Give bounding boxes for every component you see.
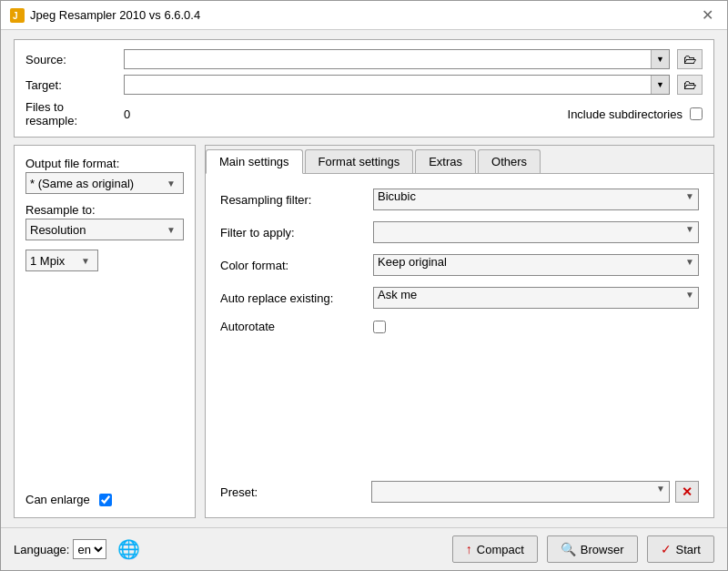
auto-replace-row: Auto replace existing: Ask me ▼: [220, 287, 699, 309]
source-label: Source:: [25, 53, 116, 66]
browser-search-icon: 🔍: [561, 542, 576, 556]
compact-button[interactable]: ↑ Compact: [452, 535, 538, 563]
files-label: Files to resample:: [25, 100, 116, 127]
output-format-select[interactable]: * (Same as original): [30, 177, 179, 190]
resample-to-label: Resample to:: [25, 203, 184, 217]
preset-combo[interactable]: ▼: [371, 481, 670, 503]
filter-to-apply-row: Filter to apply: ▼: [220, 221, 699, 243]
filter-to-apply-combo[interactable]: ▼: [373, 221, 699, 243]
preset-label: Preset:: [220, 485, 366, 499]
source-arrow[interactable]: ▼: [651, 50, 669, 68]
preset-row: Preset: ▼ ✕: [220, 481, 699, 503]
source-input[interactable]: [125, 53, 651, 66]
resampling-filter-row: Resampling filter: Bicubic ▼: [220, 189, 699, 210]
size-select[interactable]: 1 Mpix: [30, 254, 94, 268]
window-title: Jpeg Resampler 2010 vs 6.6.0.4: [30, 8, 200, 22]
main-window: J Jpeg Resampler 2010 vs 6.6.0.4 ✕ Sourc…: [0, 0, 728, 571]
top-section: Source: ▼ 🗁 Target: ▼ 🗁 Files to resampl…: [14, 39, 714, 138]
output-format-combo[interactable]: * (Same as original) ▼: [25, 172, 184, 194]
files-row: Files to resample: 0 Include subdirector…: [25, 100, 703, 127]
browser-label: Browser: [581, 543, 624, 556]
target-arrow[interactable]: ▼: [651, 76, 669, 94]
resample-to-select[interactable]: Resolution: [30, 223, 179, 237]
auto-replace-combo[interactable]: Ask me ▼: [373, 287, 699, 309]
size-group: 1 Mpix ▼: [25, 250, 184, 271]
tab-main-settings[interactable]: Main settings: [206, 149, 303, 174]
can-enlarge-label: Can enlarge: [25, 493, 90, 506]
preset-delete-button[interactable]: ✕: [675, 481, 699, 503]
tab-extras[interactable]: Extras: [415, 149, 476, 173]
filter-to-apply-select[interactable]: [374, 222, 698, 236]
app-icon: J: [10, 8, 25, 23]
title-bar: J Jpeg Resampler 2010 vs 6.6.0.4 ✕: [1, 1, 727, 30]
browser-button[interactable]: 🔍 Browser: [547, 535, 638, 563]
target-row: Target: ▼ 🗁: [25, 75, 703, 95]
target-input[interactable]: [125, 78, 651, 92]
compact-arrow-icon: ↑: [466, 542, 472, 556]
target-label: Target:: [25, 78, 116, 92]
source-row: Source: ▼ 🗁: [25, 49, 703, 69]
filter-to-apply-label: Filter to apply:: [220, 226, 366, 240]
source-folder-button[interactable]: 🗁: [677, 49, 703, 69]
size-combo[interactable]: 1 Mpix ▼: [25, 250, 98, 271]
preset-select[interactable]: [372, 482, 669, 495]
source-dropdown[interactable]: ▼: [124, 49, 670, 69]
include-sub-label: Include subdirectories: [568, 107, 682, 121]
auto-replace-label: Auto replace existing:: [220, 291, 366, 305]
color-format-combo[interactable]: Keep original ▼: [373, 254, 699, 276]
start-button[interactable]: ✓ Start: [647, 535, 714, 563]
language-select[interactable]: en: [73, 539, 106, 559]
content-area: Source: ▼ 🗁 Target: ▼ 🗁 Files to resampl…: [1, 30, 727, 527]
compact-label: Compact: [477, 543, 524, 556]
resample-to-combo[interactable]: Resolution ▼: [25, 219, 184, 240]
bottom-section: Output file format: * (Same as original)…: [14, 145, 714, 518]
bottom-bar: Language: en 🌐 ↑ Compact 🔍 Browser ✓ Sta…: [1, 527, 727, 570]
autorotate-label: Autorotate: [220, 320, 366, 333]
include-sub-checkbox[interactable]: [690, 107, 703, 120]
auto-replace-select[interactable]: Ask me: [374, 288, 698, 301]
resampling-filter-label: Resampling filter:: [220, 193, 366, 207]
color-format-row: Color format: Keep original ▼: [220, 254, 699, 276]
title-bar-left: J Jpeg Resampler 2010 vs 6.6.0.4: [10, 8, 200, 23]
close-button[interactable]: ✕: [696, 5, 718, 26]
delete-x-icon: ✕: [682, 484, 693, 499]
color-format-select[interactable]: Keep original: [374, 255, 698, 269]
can-enlarge-row: Can enlarge: [25, 493, 184, 506]
resampling-filter-combo[interactable]: Bicubic ▼: [373, 189, 699, 210]
include-subdirectories-row: Include subdirectories: [568, 107, 703, 121]
globe-icon: 🌐: [117, 538, 140, 560]
autorotate-checkbox[interactable]: [373, 321, 386, 333]
target-dropdown[interactable]: ▼: [124, 75, 670, 95]
can-enlarge-checkbox[interactable]: [99, 494, 112, 506]
tab-format-settings[interactable]: Format settings: [305, 149, 414, 173]
resample-to-group: Resample to: Resolution ▼: [25, 203, 184, 240]
target-folder-button[interactable]: 🗁: [677, 75, 703, 95]
output-format-label: Output file format:: [25, 157, 184, 170]
language-row: Language: en: [14, 539, 106, 559]
start-label: Start: [676, 543, 701, 556]
tabs-bar: Main settings Format settings Extras Oth…: [206, 146, 713, 174]
right-panel: Main settings Format settings Extras Oth…: [205, 145, 714, 518]
output-format-group: Output file format: * (Same as original)…: [25, 157, 184, 194]
color-format-label: Color format:: [220, 259, 366, 272]
files-count: 0: [124, 107, 151, 121]
language-label: Language:: [14, 543, 69, 556]
left-panel: Output file format: * (Same as original)…: [14, 145, 196, 518]
tab-content-main: Resampling filter: Bicubic ▼ Fi: [206, 174, 713, 517]
autorotate-row: Autorotate: [220, 320, 699, 333]
globe-button[interactable]: 🌐: [116, 536, 141, 562]
start-check-icon: ✓: [661, 542, 672, 556]
resampling-filter-select[interactable]: Bicubic: [374, 189, 698, 203]
tab-others[interactable]: Others: [478, 149, 541, 173]
svg-text:J: J: [13, 11, 18, 21]
